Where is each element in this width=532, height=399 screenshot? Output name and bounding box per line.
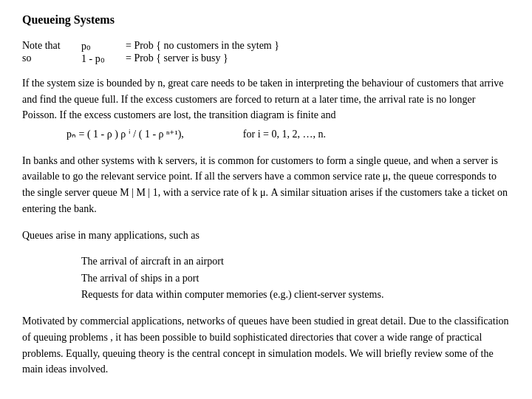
- paragraph-bounded: If the system size is bounded by n, grea…: [22, 75, 510, 143]
- note-def-2: = Prob { server is busy }: [126, 52, 279, 65]
- note-label-1: Note that: [22, 40, 81, 52]
- note-row-1: Note that p₀ = Prob { no customers in th…: [22, 40, 279, 52]
- paragraph-banks: In banks and other systems with k server…: [22, 153, 510, 217]
- formula-row: pₙ = ( 1 - ρ ) ρ ⁱ / ( 1 - ρ ⁿ⁺¹), for i…: [66, 126, 510, 143]
- list-block: The arrival of aircraft in an airport Th…: [81, 253, 510, 303]
- formula-block: pₙ = ( 1 - ρ ) ρ ⁱ / ( 1 - ρ ⁿ⁺¹), for i…: [66, 126, 510, 143]
- note-label-2: so: [22, 52, 81, 65]
- queues-intro-text: Queues arise in many applications, such …: [22, 230, 200, 241]
- note-def-1: = Prob { no customers in the sytem }: [126, 40, 279, 52]
- formula-left: pₙ = ( 1 - ρ ) ρ ⁱ / ( 1 - ρ ⁿ⁺¹),: [66, 126, 184, 143]
- list-item-1: The arrival of aircraft in an airport: [81, 253, 510, 270]
- list-item-3: Requests for data within computer memori…: [81, 287, 510, 303]
- note-table: Note that p₀ = Prob { no customers in th…: [22, 40, 279, 65]
- formula-right: for i = 0, 1, 2, …, n.: [243, 126, 326, 143]
- page-title: Queueing Systems: [22, 13, 510, 27]
- list-item-2: The arrival of ships in a port: [81, 270, 510, 287]
- note-row-2: so 1 - p₀ = Prob { server is busy }: [22, 52, 279, 65]
- bounded-text: If the system size is bounded by n, grea…: [22, 78, 504, 120]
- paragraph-queues-intro: Queues arise in many applications, such …: [22, 228, 510, 244]
- note-symbol-1: p₀: [81, 40, 126, 52]
- paragraph-motivated: Motivated by commercial applications, ne…: [22, 313, 510, 378]
- note-symbol-2: 1 - p₀: [81, 52, 126, 65]
